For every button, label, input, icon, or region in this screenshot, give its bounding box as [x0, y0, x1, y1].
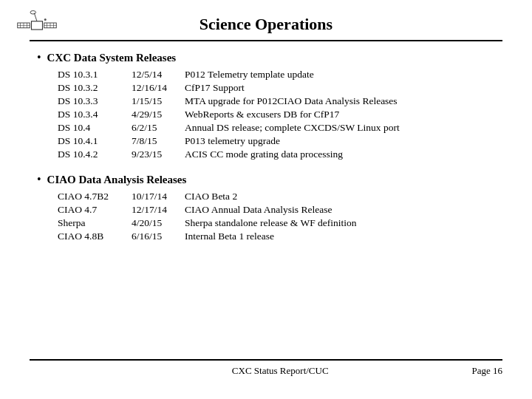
release-date: 7/8/15	[132, 135, 185, 147]
table-row: CIAO 4.7B2 10/17/14 CIAO Beta 2	[58, 191, 495, 202]
release-name: DS 10.3.4	[58, 109, 132, 120]
bullet-1: •	[37, 51, 41, 64]
table-row: DS 10.3.1 12/5/14 P012 Telemetry templat…	[58, 69, 495, 81]
table-row: CIAO 4.7 12/17/14 CIAO Annual Data Analy…	[58, 204, 495, 216]
release-name: DS 10.4.1	[58, 135, 132, 147]
release-desc: CfP17 Support	[185, 82, 245, 94]
release-name: DS 10.3.2	[58, 82, 132, 94]
bullet-2: •	[37, 173, 41, 186]
release-name: CIAO 4.7	[58, 204, 132, 216]
release-desc: CIAO Annual Data Analysis Release	[185, 204, 332, 216]
table-row: DS 10.3.4 4/29/15 WebReports & excusers …	[58, 109, 495, 120]
svg-rect-0	[32, 21, 43, 30]
ciao-section-header: • CIAO Data Analysis Releases	[37, 174, 495, 186]
cxc-release-table: DS 10.3.1 12/5/14 P012 Telemetry templat…	[58, 69, 495, 160]
table-row: DS 10.4.1 7/8/15 P013 telemetry upgrade	[58, 135, 495, 147]
release-desc: ACIS CC mode grating data processing	[185, 149, 343, 160]
release-name: Sherpa	[58, 217, 132, 229]
svg-point-13	[44, 18, 47, 21]
ciao-release-table: CIAO 4.7B2 10/17/14 CIAO Beta 2 CIAO 4.7…	[58, 191, 495, 242]
svg-point-12	[30, 11, 36, 15]
release-name: DS 10.3.1	[58, 69, 132, 81]
ciao-section: • CIAO Data Analysis Releases CIAO 4.7B2…	[37, 174, 495, 242]
release-desc: Sherpa standalone release & WF definitio…	[185, 217, 357, 229]
page-footer: CXC Status Report/CUC Page 16	[30, 359, 502, 377]
svg-line-11	[34, 13, 37, 21]
release-date: 4/20/15	[132, 217, 185, 229]
page-header: Science Operations	[30, 15, 502, 41]
release-desc: P012 Telemetry template update	[185, 69, 314, 81]
release-desc: P013 telemetry upgrade	[185, 135, 280, 147]
release-name: DS 10.3.3	[58, 95, 132, 107]
cxc-section: • CXC Data System Releases DS 10.3.1 12/…	[37, 52, 495, 160]
release-desc: Internal Beta 1 release	[185, 231, 274, 242]
table-row: CIAO 4.8B 6/16/15 Internal Beta 1 releas…	[58, 231, 495, 242]
release-date: 4/29/15	[132, 109, 185, 120]
main-content: • CXC Data System Releases DS 10.3.1 12/…	[30, 52, 502, 359]
release-desc: WebReports & excusers DB for CfP17	[185, 109, 339, 120]
release-name: CIAO 4.7B2	[58, 191, 132, 202]
release-name: CIAO 4.8B	[58, 231, 132, 242]
release-date: 1/15/15	[132, 95, 185, 107]
footer-page-number: Page 16	[471, 365, 502, 377]
page: Science Operations • CXC Data System Rel…	[0, 0, 532, 399]
table-row: DS 10.3.3 1/15/15 MTA upgrade for P012CI…	[58, 95, 495, 107]
table-row: DS 10.4.2 9/23/15 ACIS CC mode grating d…	[58, 149, 495, 160]
satellite-icon	[15, 7, 59, 44]
release-desc: CIAO Beta 2	[185, 191, 237, 202]
table-row: DS 10.4 6/2/15 Annual DS release; comple…	[58, 122, 495, 134]
release-date: 12/17/14	[132, 204, 185, 216]
release-desc: Annual DS release; complete CXCDS/SW Lin…	[185, 122, 400, 134]
release-date: 10/17/14	[132, 191, 185, 202]
table-row: Sherpa 4/20/15 Sherpa standalone release…	[58, 217, 495, 229]
ciao-section-title: CIAO Data Analysis Releases	[47, 174, 187, 186]
release-date: 9/23/15	[132, 149, 185, 160]
release-date: 12/16/14	[132, 82, 185, 94]
footer-center-text: CXC Status Report/CUC	[89, 365, 471, 377]
release-date: 12/5/14	[132, 69, 185, 81]
release-name: DS 10.4	[58, 122, 132, 134]
cxc-section-header: • CXC Data System Releases	[37, 52, 495, 64]
cxc-section-title: CXC Data System Releases	[47, 52, 177, 64]
page-title: Science Operations	[30, 15, 502, 34]
release-desc: MTA upgrade for P012CIAO Data Analysis R…	[185, 95, 398, 107]
release-date: 6/2/15	[132, 122, 185, 134]
release-name: DS 10.4.2	[58, 149, 132, 160]
release-date: 6/16/15	[132, 231, 185, 242]
table-row: DS 10.3.2 12/16/14 CfP17 Support	[58, 82, 495, 94]
